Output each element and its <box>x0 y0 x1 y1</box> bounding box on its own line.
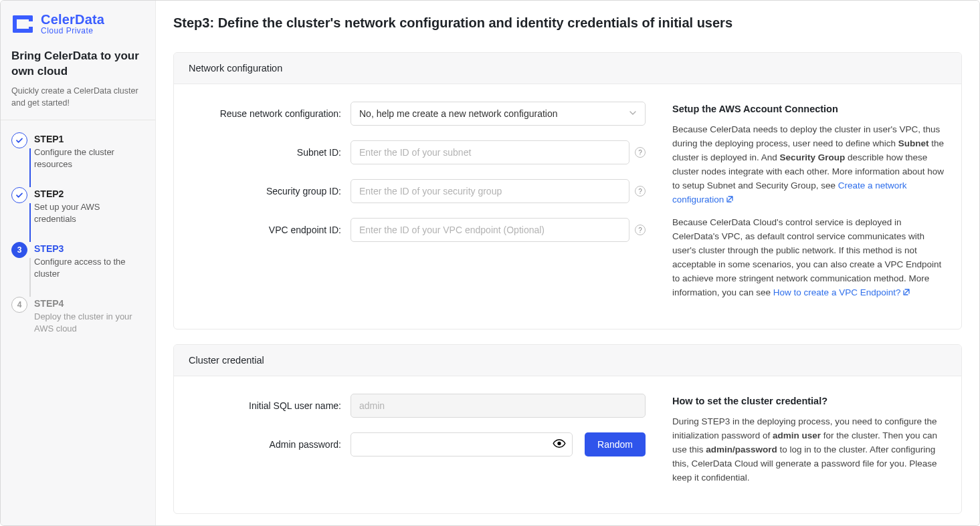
help-icon[interactable]: ? <box>635 147 646 158</box>
select-value: No, help me create a new network configu… <box>359 108 558 119</box>
main-content: Step3: Define the cluster's network conf… <box>156 1 979 525</box>
brand-logo: CelerData Cloud Private <box>1 1 155 42</box>
svg-rect-2 <box>13 15 33 19</box>
vpc-endpoint-input[interactable] <box>351 218 629 242</box>
info-title: Setup the AWS Account Connection <box>672 102 947 116</box>
card-header: Cluster credential <box>174 345 961 376</box>
step-2[interactable]: STEP2 Set up your AWS credentials <box>11 187 149 242</box>
step-1[interactable]: STEP1 Configure the cluster resources <box>11 132 149 187</box>
credential-info-panel: How to set the cluster credential? Durin… <box>672 394 947 493</box>
step-subtitle: Configure the cluster resources <box>34 146 141 170</box>
brand-subtitle: Cloud Private <box>41 27 104 35</box>
sidebar: CelerData Cloud Private Bring CelerData … <box>1 1 156 525</box>
initial-user-label: Initial SQL user name: <box>177 400 351 411</box>
chevron-down-icon <box>629 108 637 119</box>
app-frame: CelerData Cloud Private Bring CelerData … <box>0 0 980 526</box>
check-icon <box>11 132 27 148</box>
cluster-credential-card: Cluster credential Initial SQL user name… <box>173 344 962 514</box>
svg-rect-4 <box>27 21 33 27</box>
admin-password-label: Admin password: <box>177 439 351 450</box>
reuse-network-select[interactable]: No, help me create a new network configu… <box>351 102 646 126</box>
sidebar-divider <box>1 120 155 120</box>
random-password-button[interactable]: Random <box>585 432 646 456</box>
credential-form: Initial SQL user name: Admin password: <box>177 394 646 493</box>
eye-icon <box>553 436 566 452</box>
step-subtitle: Configure access to the cluster <box>34 256 141 279</box>
network-info-panel: Setup the AWS Account Connection Because… <box>672 102 947 309</box>
vpc-endpoint-link[interactable]: How to create a VPC Endpoint? <box>773 287 911 297</box>
svg-point-5 <box>557 441 561 444</box>
sidebar-heading: Bring CelerData to your own cloud <box>1 42 155 82</box>
info-title: How to set the cluster credential? <box>672 394 947 408</box>
card-header: Network configuration <box>174 53 961 84</box>
initial-user-input <box>351 394 646 418</box>
sidebar-desc: Quickly create a CelerData cluster and g… <box>1 82 155 120</box>
admin-password-input[interactable] <box>351 432 573 456</box>
toggle-password-visibility[interactable] <box>551 435 567 453</box>
step-number-icon: 4 <box>11 297 27 313</box>
step-4[interactable]: 4 STEP4 Deploy the cluster in your AWS c… <box>11 297 149 334</box>
step-title: STEP4 <box>34 298 141 309</box>
subnet-id-label: Subnet ID: <box>177 147 351 158</box>
celerdata-logo-icon <box>11 13 34 35</box>
external-link-icon <box>726 194 734 208</box>
vpc-endpoint-label: VPC endpoint ID: <box>177 225 351 235</box>
subnet-id-input[interactable] <box>351 140 629 164</box>
help-icon[interactable]: ? <box>635 225 646 235</box>
brand-name: CelerData <box>41 13 104 27</box>
step-title: STEP1 <box>34 134 141 144</box>
svg-rect-3 <box>13 29 33 33</box>
external-link-icon <box>902 287 910 301</box>
reuse-network-label: Reuse network configuration: <box>177 108 351 119</box>
network-config-card: Network configuration Reuse network conf… <box>173 52 962 330</box>
step-number-icon: 3 <box>11 242 27 258</box>
step-title: STEP2 <box>34 188 141 199</box>
help-icon[interactable]: ? <box>635 186 646 196</box>
step-3[interactable]: 3 STEP3 Configure access to the cluster <box>11 242 149 297</box>
security-group-input[interactable] <box>351 179 629 203</box>
network-form: Reuse network configuration: No, help me… <box>177 102 646 309</box>
check-icon <box>11 187 27 203</box>
step-subtitle: Deploy the cluster in your AWS cloud <box>34 311 141 334</box>
page-title: Step3: Define the cluster's network conf… <box>173 15 962 31</box>
security-group-label: Security group ID: <box>177 186 351 196</box>
step-title: STEP3 <box>34 243 141 254</box>
wizard-steps: STEP1 Configure the cluster resources ST… <box>1 132 155 334</box>
step-subtitle: Set up your AWS credentials <box>34 201 141 225</box>
